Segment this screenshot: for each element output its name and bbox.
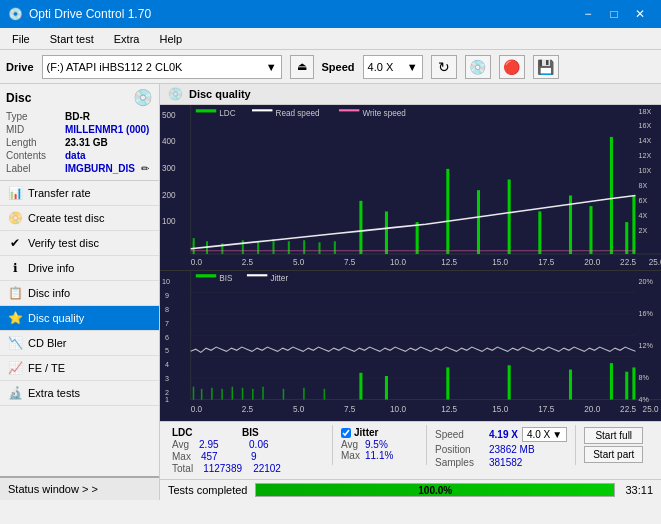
close-button[interactable]: ✕	[627, 4, 653, 24]
avg-jitter: 9.5%	[365, 439, 388, 450]
svg-text:9: 9	[165, 291, 169, 300]
disc-mid-row: MID MILLENMR1 (000)	[6, 124, 153, 135]
total-label: Total	[172, 463, 193, 474]
title-bar-left: 💿 Opti Drive Control 1.70	[8, 7, 151, 21]
svg-rect-53	[610, 137, 613, 254]
ldc-col-header: LDC	[172, 427, 232, 438]
maximize-button[interactable]: □	[601, 4, 627, 24]
svg-text:5: 5	[165, 346, 169, 355]
extra-tests-icon: 🔬	[8, 386, 22, 400]
sidebar-item-transfer-rate[interactable]: 📊 Transfer rate	[0, 181, 159, 206]
max-ldc: 457	[201, 451, 241, 462]
disc-header: Disc 💿	[6, 88, 153, 107]
sidebar-item-verify-test-disc[interactable]: ✔ Verify test disc	[0, 231, 159, 256]
svg-rect-98	[221, 389, 223, 400]
jitter-checkbox[interactable]	[341, 428, 351, 438]
sidebar-item-disc-quality[interactable]: ⭐ Disc quality	[0, 306, 159, 331]
menu-extra[interactable]: Extra	[106, 31, 148, 47]
avg-label: Avg	[172, 439, 189, 450]
main-content: Disc 💿 Type BD-R MID MILLENMR1 (000) Len…	[0, 84, 661, 500]
disc-contents-row: Contents data	[6, 150, 153, 161]
avg-bis: 0.06	[249, 439, 279, 450]
svg-text:1: 1	[165, 395, 169, 404]
sidebar-item-extra-tests[interactable]: 🔬 Extra tests	[0, 381, 159, 406]
sidebar-item-disc-info[interactable]: 📋 Disc info	[0, 281, 159, 306]
sidebar-nav: 📊 Transfer rate 📀 Create test disc ✔ Ver…	[0, 181, 159, 476]
svg-text:12.5: 12.5	[441, 404, 457, 414]
start-full-button[interactable]: Start full	[584, 427, 643, 444]
svg-text:10: 10	[162, 277, 170, 286]
svg-rect-39	[272, 239, 274, 254]
progress-bar-section: Tests completed 100.0% 33:11	[160, 480, 661, 500]
svg-rect-104	[303, 388, 305, 400]
progress-bar-container: 100.0%	[255, 483, 615, 497]
bis-col-header: BIS	[242, 427, 292, 438]
svg-rect-42	[318, 242, 320, 254]
svg-text:25.0 GB: 25.0 GB	[643, 404, 661, 414]
disc-label-label: Label	[6, 163, 61, 174]
svg-text:17.5: 17.5	[538, 404, 554, 414]
disc-button[interactable]: 💿	[465, 55, 491, 79]
svg-text:22.5: 22.5	[620, 404, 636, 414]
menu-file[interactable]: File	[4, 31, 38, 47]
speed-value: 4.0 X	[368, 61, 394, 73]
svg-rect-112	[625, 372, 628, 400]
disc-icon-small: 💿	[133, 88, 153, 107]
svg-rect-38	[257, 242, 259, 254]
speed-label: Speed	[322, 61, 355, 73]
menu-help[interactable]: Help	[151, 31, 190, 47]
svg-text:100: 100	[162, 216, 176, 226]
speed-select-small[interactable]: 4.0 X ▼	[522, 427, 567, 442]
minimize-button[interactable]: −	[575, 4, 601, 24]
svg-text:3: 3	[165, 374, 169, 383]
disc-type-row: Type BD-R	[6, 111, 153, 122]
sidebar-item-label-extra-tests: Extra tests	[28, 387, 80, 399]
svg-rect-57	[160, 271, 661, 421]
sidebar-item-cd-bler[interactable]: 📉 CD Bler	[0, 331, 159, 356]
action-buttons: Start full Start part	[580, 425, 647, 465]
svg-text:18X: 18X	[639, 106, 652, 115]
svg-text:6: 6	[165, 332, 169, 341]
svg-rect-45	[385, 211, 388, 254]
svg-rect-54	[625, 222, 628, 254]
stats-row: LDC BIS Avg 2.95 0.06 Max 457 9 Total	[160, 422, 661, 480]
charts-area: 500 400 300 200 100 18X 16X 14X 12X 10X …	[160, 105, 661, 421]
svg-text:300: 300	[162, 163, 176, 173]
sidebar-item-fe-te[interactable]: 📈 FE / TE	[0, 356, 159, 381]
menu-start-test[interactable]: Start test	[42, 31, 102, 47]
svg-rect-28	[196, 109, 216, 112]
svg-rect-40	[288, 241, 290, 254]
cd-bler-icon: 📉	[8, 336, 22, 350]
speed-info-value: 4.19 X	[489, 429, 518, 440]
svg-rect-97	[211, 388, 213, 400]
svg-text:500: 500	[162, 110, 176, 120]
speed-select[interactable]: 4.0 X ▼	[363, 55, 423, 79]
svg-text:22.5: 22.5	[620, 257, 636, 267]
svg-rect-46	[416, 222, 419, 254]
status-window-button[interactable]: Status window > >	[0, 476, 159, 500]
divider3	[575, 425, 576, 465]
svg-rect-50	[538, 211, 541, 254]
svg-rect-49	[508, 180, 511, 255]
save-button[interactable]: 💾	[533, 55, 559, 79]
svg-text:4%: 4%	[639, 395, 650, 404]
drive-value: (F:) ATAPI iHBS112 2 CL0K	[47, 61, 183, 73]
svg-text:25.0 GB: 25.0 GB	[649, 257, 661, 267]
divider2	[426, 425, 427, 465]
sidebar-item-drive-info[interactable]: ℹ Drive info	[0, 256, 159, 281]
drive-label: Drive	[6, 61, 34, 73]
svg-rect-107	[385, 376, 388, 400]
burn-button[interactable]: 🔴	[499, 55, 525, 79]
start-part-button[interactable]: Start part	[584, 446, 643, 463]
drive-select[interactable]: (F:) ATAPI iHBS112 2 CL0K ▼	[42, 55, 282, 79]
eject-button[interactable]: ⏏	[290, 55, 314, 79]
refresh-button[interactable]: ↻	[431, 55, 457, 79]
svg-rect-99	[232, 387, 234, 400]
disc-label-row: Label IMGBURN_DIS ✏	[6, 163, 153, 174]
progress-percent: 100.0%	[256, 484, 614, 496]
sidebar-item-create-test-disc[interactable]: 📀 Create test disc	[0, 206, 159, 231]
chart-upper: 500 400 300 200 100 18X 16X 14X 12X 10X …	[160, 105, 661, 271]
svg-rect-102	[262, 387, 264, 400]
svg-rect-106	[359, 373, 362, 400]
sidebar-item-label-verify-test-disc: Verify test disc	[28, 237, 99, 249]
